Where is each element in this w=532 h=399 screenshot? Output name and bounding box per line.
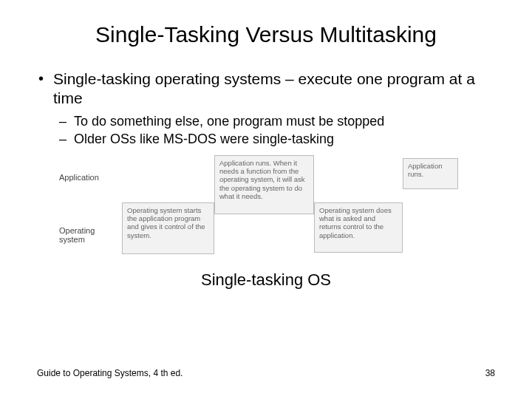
diagram: Application Operating system Operating s… <box>59 158 473 262</box>
diagram-box-os-does: Operating system does what is asked and … <box>314 202 403 253</box>
page-number: 38 <box>485 368 495 378</box>
diagram-caption: Single-tasking OS <box>37 270 495 290</box>
diagram-box-app-runs: Application runs. <box>403 158 458 189</box>
diagram-label-os: Operating system <box>59 226 111 244</box>
diagram-box-app-asks: Application runs. When it needs a functi… <box>214 155 314 214</box>
bullet-level2: Older OSs like MS-DOS were single-taskin… <box>37 131 495 148</box>
diagram-label-application: Application <box>59 173 111 182</box>
bullet-level1: Single-tasking operating systems – execu… <box>37 69 495 109</box>
bullet-list: Single-tasking operating systems – execu… <box>37 69 495 148</box>
diagram-box-os-start: Operating system starts the application … <box>122 202 214 254</box>
slide: Single-Tasking Versus Multitasking Singl… <box>0 0 532 399</box>
footer-source: Guide to Operating Systems, 4 th ed. <box>37 368 183 378</box>
slide-title: Single-Tasking Versus Multitasking <box>37 22 495 47</box>
bullet-level2: To do something else, one program must b… <box>37 113 495 130</box>
